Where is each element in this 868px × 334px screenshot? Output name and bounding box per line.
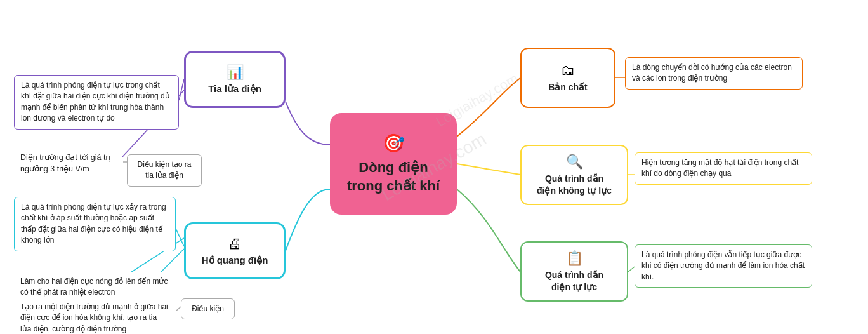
info-tia-main: Là quá trình phóng điện tự lực trong chấ… xyxy=(14,75,179,130)
info-tia-dieu-kien: Điều kiện tạo ra tia lửa điện xyxy=(127,154,202,187)
info-tia-nguong: Điện trường đạt tới giá trị ngưỡng 3 tri… xyxy=(14,147,122,179)
ban-chat-label: Bản chất xyxy=(548,81,588,93)
tia-label: Tia lửa điện xyxy=(208,83,261,95)
node-ban-chat: 🗂 Bản chất xyxy=(520,48,615,108)
qua-trinh-khong-icon: 🔍 xyxy=(566,154,583,170)
svg-line-10 xyxy=(628,267,635,272)
svg-line-6 xyxy=(176,307,181,311)
ban-chat-icon: 🗂 xyxy=(561,62,575,79)
svg-line-0 xyxy=(179,79,184,100)
qua-trinh-khong-label: Quá trình dẫnđiện không tự lực xyxy=(537,173,612,196)
qua-trinh-tu-icon: 📋 xyxy=(566,250,583,267)
info-ho-dieu-kien: Điều kiện xyxy=(181,298,235,319)
branch-ho-quang-dien: 🖨 Hồ quang điện xyxy=(184,222,286,279)
ho-icon: 🖨 xyxy=(228,236,242,252)
info-ban-chat-desc: Là dòng chuyển dời có hướng của các elec… xyxy=(625,57,803,90)
branch-tia-lua-dien: 📊 Tia lửa điện xyxy=(184,51,286,108)
info-ho-tao: Tạo ra một điện trường đủ mạnh ở giữa ha… xyxy=(14,297,176,334)
info-ho-main: Là quá trình phóng điện tự lực xảy ra tr… xyxy=(14,197,176,251)
qua-trinh-tu-label: Quá trình dẫnđiện tự lực xyxy=(545,269,603,292)
svg-line-7 xyxy=(457,164,520,175)
info-qua-trinh-tu-desc: Là quá trình phóng điện vẫn tiếp tục giữ… xyxy=(635,244,812,288)
info-qua-trinh-khong-desc: Hiện tượng tăng mật độ hạt tải điện tron… xyxy=(635,152,812,185)
node-qua-trinh-tu-luc: 📋 Quá trình dẫnđiện tự lực xyxy=(520,241,628,302)
tia-icon: 📊 xyxy=(227,64,244,81)
central-node: 🎯 Dòng điệntrong chất khí xyxy=(330,113,457,215)
central-title: Dòng điệntrong chất khí xyxy=(347,159,440,195)
svg-line-3 xyxy=(176,229,184,246)
central-icon: 🎯 xyxy=(383,133,405,154)
mindmap-container: Loigiaihay.com Loigiaihay.com xyxy=(0,0,868,334)
node-qua-trinh-khong-tu-luc: 🔍 Quá trình dẫnđiện không tự lực xyxy=(520,145,628,205)
ho-label: Hồ quang điện xyxy=(202,255,268,266)
